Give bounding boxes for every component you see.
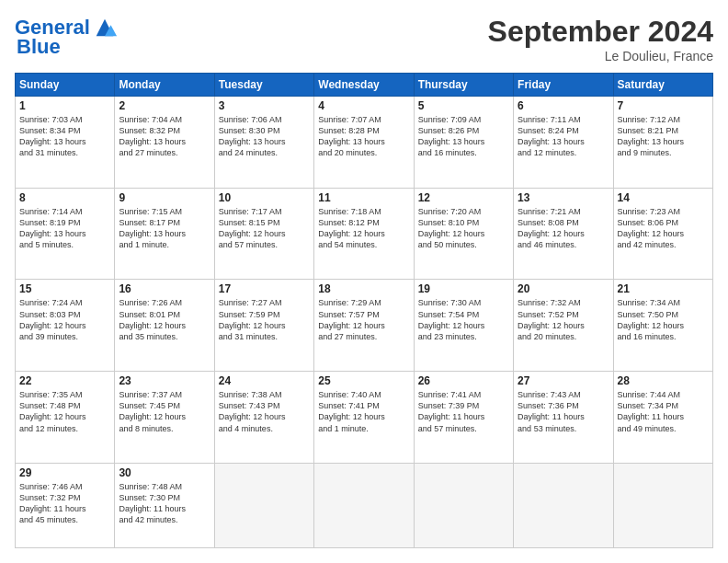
day-info: Sunrise: 7:38 AM Sunset: 7:43 PM Dayligh… <box>219 389 310 434</box>
calendar-week-row: 29Sunrise: 7:46 AM Sunset: 7:32 PM Dayli… <box>16 463 713 547</box>
header-wednesday: Wednesday <box>314 74 414 97</box>
table-row: 26Sunrise: 7:41 AM Sunset: 7:39 PM Dayli… <box>414 372 513 464</box>
day-number: 17 <box>219 282 310 295</box>
day-info: Sunrise: 7:37 AM Sunset: 7:45 PM Dayligh… <box>119 389 210 434</box>
day-number: 19 <box>418 282 509 295</box>
calendar-week-row: 22Sunrise: 7:35 AM Sunset: 7:48 PM Dayli… <box>16 372 713 464</box>
day-info: Sunrise: 7:41 AM Sunset: 7:39 PM Dayligh… <box>418 389 509 434</box>
table-row: 28Sunrise: 7:44 AM Sunset: 7:34 PM Dayli… <box>613 372 712 464</box>
logo-icon <box>92 15 118 40</box>
table-row <box>414 463 513 547</box>
day-info: Sunrise: 7:20 AM Sunset: 8:10 PM Dayligh… <box>418 206 509 251</box>
table-row: 14Sunrise: 7:23 AM Sunset: 8:06 PM Dayli… <box>613 188 712 280</box>
table-row: 11Sunrise: 7:18 AM Sunset: 8:12 PM Dayli… <box>314 188 414 280</box>
table-row: 25Sunrise: 7:40 AM Sunset: 7:41 PM Dayli… <box>314 372 414 464</box>
day-number: 28 <box>618 374 709 387</box>
day-info: Sunrise: 7:14 AM Sunset: 8:19 PM Dayligh… <box>19 206 110 251</box>
day-number: 23 <box>119 374 210 387</box>
header-tuesday: Tuesday <box>214 74 313 97</box>
day-info: Sunrise: 7:24 AM Sunset: 8:03 PM Dayligh… <box>19 297 110 342</box>
day-info: Sunrise: 7:27 AM Sunset: 7:59 PM Dayligh… <box>219 297 310 342</box>
table-row <box>613 463 712 547</box>
day-number: 10 <box>219 191 310 204</box>
day-info: Sunrise: 7:04 AM Sunset: 8:32 PM Dayligh… <box>119 114 210 159</box>
table-row: 27Sunrise: 7:43 AM Sunset: 7:36 PM Dayli… <box>514 372 613 464</box>
table-row: 23Sunrise: 7:37 AM Sunset: 7:45 PM Dayli… <box>115 372 214 464</box>
table-row: 13Sunrise: 7:21 AM Sunset: 8:08 PM Dayli… <box>514 188 613 280</box>
table-row: 6Sunrise: 7:11 AM Sunset: 8:24 PM Daylig… <box>514 97 613 189</box>
day-info: Sunrise: 7:35 AM Sunset: 7:48 PM Dayligh… <box>19 389 110 434</box>
table-row: 2Sunrise: 7:04 AM Sunset: 8:32 PM Daylig… <box>115 97 214 189</box>
location: Le Doulieu, France <box>488 49 713 63</box>
table-row: 16Sunrise: 7:26 AM Sunset: 8:01 PM Dayli… <box>115 280 214 372</box>
table-row: 21Sunrise: 7:34 AM Sunset: 7:50 PM Dayli… <box>613 280 712 372</box>
table-row: 7Sunrise: 7:12 AM Sunset: 8:21 PM Daylig… <box>613 97 712 189</box>
day-number: 20 <box>518 282 609 295</box>
day-number: 14 <box>618 191 709 204</box>
day-number: 29 <box>19 466 110 479</box>
table-row <box>514 463 613 547</box>
table-row: 15Sunrise: 7:24 AM Sunset: 8:03 PM Dayli… <box>16 280 115 372</box>
weekday-header-row: Sunday Monday Tuesday Wednesday Thursday… <box>16 74 713 97</box>
day-info: Sunrise: 7:44 AM Sunset: 7:34 PM Dayligh… <box>618 389 709 434</box>
day-number: 30 <box>119 466 210 479</box>
day-number: 24 <box>219 374 310 387</box>
table-row: 9Sunrise: 7:15 AM Sunset: 8:17 PM Daylig… <box>115 188 214 280</box>
day-info: Sunrise: 7:26 AM Sunset: 8:01 PM Dayligh… <box>119 297 210 342</box>
page: General Blue September 2024 Le Doulieu, … <box>0 0 728 563</box>
day-number: 25 <box>318 374 409 387</box>
day-number: 4 <box>318 99 409 112</box>
day-number: 11 <box>318 191 409 204</box>
day-info: Sunrise: 7:17 AM Sunset: 8:15 PM Dayligh… <box>219 206 310 251</box>
day-info: Sunrise: 7:15 AM Sunset: 8:17 PM Dayligh… <box>119 206 210 251</box>
header-monday: Monday <box>115 74 214 97</box>
day-number: 7 <box>618 99 709 112</box>
day-info: Sunrise: 7:43 AM Sunset: 7:36 PM Dayligh… <box>518 389 609 434</box>
day-number: 16 <box>119 282 210 295</box>
day-info: Sunrise: 7:12 AM Sunset: 8:21 PM Dayligh… <box>618 114 709 159</box>
day-info: Sunrise: 7:29 AM Sunset: 7:57 PM Dayligh… <box>318 297 409 342</box>
day-info: Sunrise: 7:23 AM Sunset: 8:06 PM Dayligh… <box>618 206 709 251</box>
table-row: 18Sunrise: 7:29 AM Sunset: 7:57 PM Dayli… <box>314 280 414 372</box>
header-sunday: Sunday <box>16 74 115 97</box>
table-row <box>214 463 313 547</box>
day-number: 22 <box>19 374 110 387</box>
calendar-week-row: 15Sunrise: 7:24 AM Sunset: 8:03 PM Dayli… <box>16 280 713 372</box>
day-number: 9 <box>119 191 210 204</box>
header: General Blue September 2024 Le Doulieu, … <box>15 15 713 63</box>
day-info: Sunrise: 7:48 AM Sunset: 7:30 PM Dayligh… <box>119 481 210 526</box>
table-row: 1Sunrise: 7:03 AM Sunset: 8:34 PM Daylig… <box>16 97 115 189</box>
table-row: 8Sunrise: 7:14 AM Sunset: 8:19 PM Daylig… <box>16 188 115 280</box>
day-number: 6 <box>518 99 609 112</box>
table-row: 3Sunrise: 7:06 AM Sunset: 8:30 PM Daylig… <box>214 97 313 189</box>
day-number: 18 <box>318 282 409 295</box>
day-number: 5 <box>418 99 509 112</box>
table-row: 29Sunrise: 7:46 AM Sunset: 7:32 PM Dayli… <box>16 463 115 547</box>
day-info: Sunrise: 7:46 AM Sunset: 7:32 PM Dayligh… <box>19 481 110 526</box>
day-info: Sunrise: 7:40 AM Sunset: 7:41 PM Dayligh… <box>318 389 409 434</box>
header-friday: Friday <box>514 74 613 97</box>
table-row: 10Sunrise: 7:17 AM Sunset: 8:15 PM Dayli… <box>214 188 313 280</box>
table-row: 24Sunrise: 7:38 AM Sunset: 7:43 PM Dayli… <box>214 372 313 464</box>
day-number: 21 <box>618 282 709 295</box>
day-info: Sunrise: 7:06 AM Sunset: 8:30 PM Dayligh… <box>219 114 310 159</box>
day-number: 26 <box>418 374 509 387</box>
table-row: 19Sunrise: 7:30 AM Sunset: 7:54 PM Dayli… <box>414 280 513 372</box>
table-row <box>314 463 414 547</box>
table-row: 12Sunrise: 7:20 AM Sunset: 8:10 PM Dayli… <box>414 188 513 280</box>
day-info: Sunrise: 7:03 AM Sunset: 8:34 PM Dayligh… <box>19 114 110 159</box>
table-row: 4Sunrise: 7:07 AM Sunset: 8:28 PM Daylig… <box>314 97 414 189</box>
calendar-table: Sunday Monday Tuesday Wednesday Thursday… <box>15 73 713 548</box>
day-info: Sunrise: 7:18 AM Sunset: 8:12 PM Dayligh… <box>318 206 409 251</box>
logo: General Blue <box>15 15 118 59</box>
table-row: 30Sunrise: 7:48 AM Sunset: 7:30 PM Dayli… <box>115 463 214 547</box>
table-row: 20Sunrise: 7:32 AM Sunset: 7:52 PM Dayli… <box>514 280 613 372</box>
day-number: 15 <box>19 282 110 295</box>
header-saturday: Saturday <box>613 74 712 97</box>
calendar-week-row: 8Sunrise: 7:14 AM Sunset: 8:19 PM Daylig… <box>16 188 713 280</box>
day-number: 3 <box>219 99 310 112</box>
day-info: Sunrise: 7:09 AM Sunset: 8:26 PM Dayligh… <box>418 114 509 159</box>
table-row: 17Sunrise: 7:27 AM Sunset: 7:59 PM Dayli… <box>214 280 313 372</box>
day-info: Sunrise: 7:30 AM Sunset: 7:54 PM Dayligh… <box>418 297 509 342</box>
month-title: September 2024 <box>488 15 713 49</box>
